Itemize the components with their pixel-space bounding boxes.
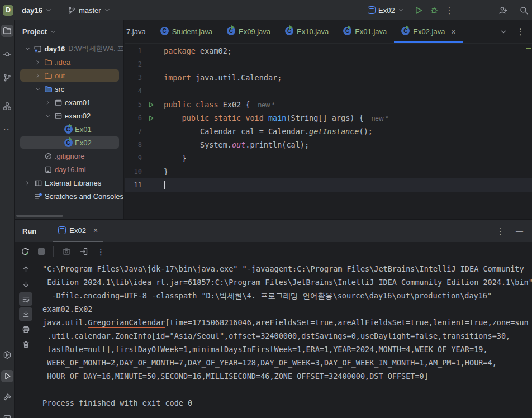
editor-gutter[interactable]: 11 <box>125 178 164 192</box>
text-segment: getInstance <box>309 127 359 136</box>
text-segment: .println(cal); <box>245 140 309 149</box>
clear-all-button[interactable] <box>19 338 32 351</box>
run-configuration-selector[interactable]: Ex02 <box>365 4 407 17</box>
close-icon[interactable]: × <box>93 226 98 235</box>
tree-chevron-icon[interactable] <box>33 59 42 65</box>
code-line-5[interactable]: 5public class Ex02 {new * <box>125 98 532 111</box>
editor-gutter[interactable]: 4 <box>125 84 164 98</box>
more-actions-button[interactable]: ⋮ <box>445 6 454 15</box>
scroll-up-button[interactable] <box>19 262 32 276</box>
editor-gutter[interactable]: 3 <box>125 71 164 84</box>
more-options-button[interactable]: ⋮ <box>496 227 505 235</box>
print-button[interactable] <box>19 322 32 336</box>
code-line-1[interactable]: 1package exam02; <box>125 44 532 58</box>
tree-item-label: exam01 <box>65 98 91 107</box>
run-header-actions: ⋮ — <box>496 227 532 235</box>
editor-gutter[interactable]: 8 <box>125 138 164 151</box>
thread-dump-button[interactable] <box>62 247 71 256</box>
run-line-button[interactable] <box>142 111 164 125</box>
tree-item-src[interactable]: src <box>15 82 124 96</box>
editor-gutter[interactable]: 5 <box>125 98 164 111</box>
scroll-down-button[interactable] <box>19 277 32 291</box>
tab-7-java[interactable]: 7.java <box>125 20 153 43</box>
tree-item-external-libraries[interactable]: External Libraries <box>15 176 124 189</box>
tree-item-day16[interactable]: day16D:₩박세현₩4. 프 <box>15 42 124 55</box>
search-everywhere-button[interactable] <box>519 6 529 15</box>
runnable-class-icon <box>401 27 410 37</box>
tree-chevron-icon[interactable] <box>43 113 53 119</box>
tree-item-out[interactable]: out <box>15 69 124 82</box>
intellij-logo[interactable]: D <box>3 5 13 16</box>
tree-item-exam02[interactable]: exam02 <box>15 109 124 122</box>
tab-ex01-java[interactable]: Ex01.java <box>336 20 394 43</box>
chevron-down-icon <box>45 7 52 13</box>
code-line-10[interactable]: 10} <box>125 165 532 178</box>
run-button[interactable] <box>414 6 423 15</box>
more-toolbar-options-button[interactable]: ⋮ <box>97 248 105 256</box>
build-tool-button[interactable] <box>1 391 13 403</box>
stop-button[interactable] <box>38 248 45 255</box>
tree-item-scratches-and-consoles[interactable]: Scratches and Consoles <box>15 189 124 203</box>
close-icon[interactable]: × <box>451 27 455 36</box>
editor-gutter[interactable]: 9 <box>125 151 164 165</box>
tab-student-java[interactable]: Student.java <box>153 20 220 43</box>
console-line-6: .util.calendar.ZoneInfo[id="Asia/Seoul",… <box>42 329 532 343</box>
console-output[interactable]: "C:\Program Files\Java\jdk-17\bin\java.e… <box>36 262 532 418</box>
scroll-to-end-button[interactable] <box>19 307 32 321</box>
code-line-3[interactable]: 3import java.util.Calendar; <box>125 71 532 84</box>
code-line-9[interactable]: 9 } <box>125 151 532 165</box>
hidden-tabs-button[interactable] <box>500 28 507 36</box>
git-tool-button[interactable] <box>1 72 13 84</box>
tab-ex09-java[interactable]: Ex09.java <box>220 20 278 43</box>
horizontal-scrollbar[interactable] <box>16 215 63 217</box>
tree-chevron-icon[interactable] <box>43 99 53 106</box>
code-line-7[interactable]: 7 Calendar cal = Calendar.getInstance(); <box>125 125 532 138</box>
project-selector[interactable]: day16 <box>18 4 56 17</box>
text-segment: } <box>164 154 187 163</box>
editor-gutter[interactable]: 6 <box>125 111 164 125</box>
tree-chevron-icon[interactable] <box>23 46 32 52</box>
structure-tool-button[interactable] <box>1 100 13 112</box>
code-line-11[interactable]: 11 <box>125 178 532 192</box>
tab-ex10-java[interactable]: Ex10.java <box>278 20 336 43</box>
run-tool-button[interactable] <box>1 370 13 382</box>
commit-tool-button[interactable] <box>1 48 13 60</box>
tree-item-ex02[interactable]: Ex02 <box>15 136 124 149</box>
tree-chevron-icon[interactable] <box>33 86 42 92</box>
tab-ex02-java[interactable]: Ex02.java× <box>394 20 463 43</box>
services-tool-button[interactable] <box>1 349 13 361</box>
tree-item-day16-iml[interactable]: day16.iml <box>15 163 124 176</box>
project-tool-button[interactable] <box>1 25 13 37</box>
tree-item--idea[interactable]: .idea <box>15 55 124 69</box>
code-with-me-button[interactable] <box>498 6 508 15</box>
terminal-tool-button[interactable] <box>1 412 13 418</box>
open-results-button[interactable] <box>79 247 88 256</box>
tree-item--gitignore[interactable]: .gitignore <box>15 149 124 163</box>
tree-item-exam01[interactable]: exam01 <box>15 96 124 109</box>
code-line-8[interactable]: 8 System.out.println(cal); <box>125 138 532 151</box>
more-tool-windows-button[interactable]: ·· <box>1 124 13 136</box>
editor-gutter[interactable]: 2 <box>125 58 164 71</box>
run-tab-ex02[interactable]: Ex02 × <box>53 220 103 242</box>
run-line-button[interactable] <box>142 98 164 111</box>
tree-chevron-icon[interactable] <box>33 73 42 79</box>
soft-wrap-button[interactable] <box>19 292 32 306</box>
editor-gutter[interactable]: 7 <box>125 125 164 138</box>
rerun-button[interactable] <box>21 247 30 256</box>
tree-chevron-icon[interactable] <box>23 180 32 186</box>
editor-gutter[interactable]: 10 <box>125 165 164 178</box>
chevron-down-icon <box>50 28 56 35</box>
hide-panel-button[interactable]: — <box>516 227 523 235</box>
debug-button[interactable] <box>430 6 439 15</box>
code-line-6[interactable]: 6 public static void main(String[] args)… <box>125 111 532 125</box>
console-class-link[interactable]: GregorianCalendar <box>88 318 165 328</box>
editor-gutter[interactable]: 1 <box>125 44 164 58</box>
tree-item-ex01[interactable]: Ex01 <box>15 122 124 136</box>
code-line-2[interactable]: 2 <box>125 58 532 71</box>
more-tabs-options-button[interactable]: ⋮ <box>516 27 525 36</box>
code-line-4[interactable]: 4 <box>125 84 532 98</box>
code-editor[interactable]: 1package exam02;23import java.util.Calen… <box>125 44 532 219</box>
branch-selector[interactable]: master <box>64 4 115 17</box>
run-tool-window: Run Ex02 × ⋮ — ⋮ "C:\Program Files\Java\… <box>15 219 532 418</box>
project-panel-header[interactable]: Project <box>15 20 124 42</box>
